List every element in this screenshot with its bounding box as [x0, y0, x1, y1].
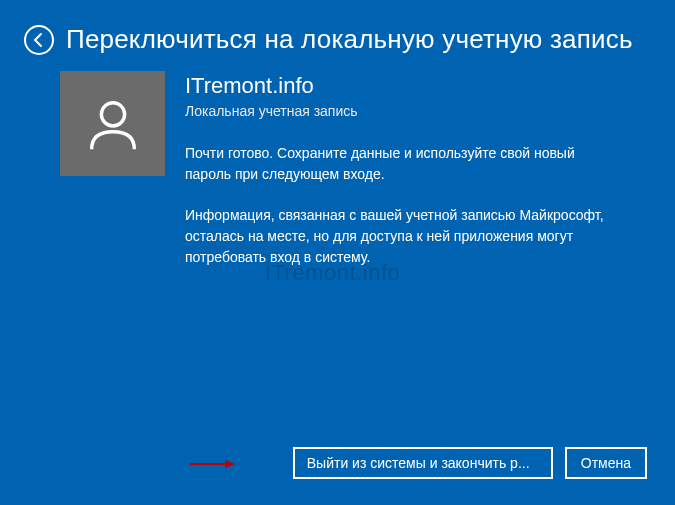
- account-type: Локальная учетная запись: [185, 103, 651, 119]
- arrow-left-icon: [31, 32, 47, 48]
- signout-finish-button[interactable]: Выйти из системы и закончить р...: [293, 447, 553, 479]
- svg-marker-2: [225, 460, 235, 468]
- account-info: ITremont.info Локальная учетная запись П…: [185, 71, 651, 288]
- back-button[interactable]: [24, 25, 54, 55]
- cancel-button[interactable]: Отмена: [565, 447, 647, 479]
- user-icon: [82, 93, 144, 155]
- arrow-annotation-icon: [190, 458, 235, 470]
- svg-point-0: [101, 102, 124, 125]
- account-name: ITremont.info: [185, 73, 651, 99]
- content: ITremont.info Локальная учетная запись П…: [0, 71, 675, 288]
- footer: Выйти из системы и закончить р... Отмена: [293, 447, 647, 479]
- instruction-text-1: Почти готово. Сохраните данные и использ…: [185, 143, 651, 185]
- header: Переключиться на локальную учетную запис…: [0, 0, 675, 71]
- page-title: Переключиться на локальную учетную запис…: [66, 24, 633, 55]
- avatar: [60, 71, 165, 176]
- instruction-text-2: Информация, связанная с вашей учетной за…: [185, 205, 651, 268]
